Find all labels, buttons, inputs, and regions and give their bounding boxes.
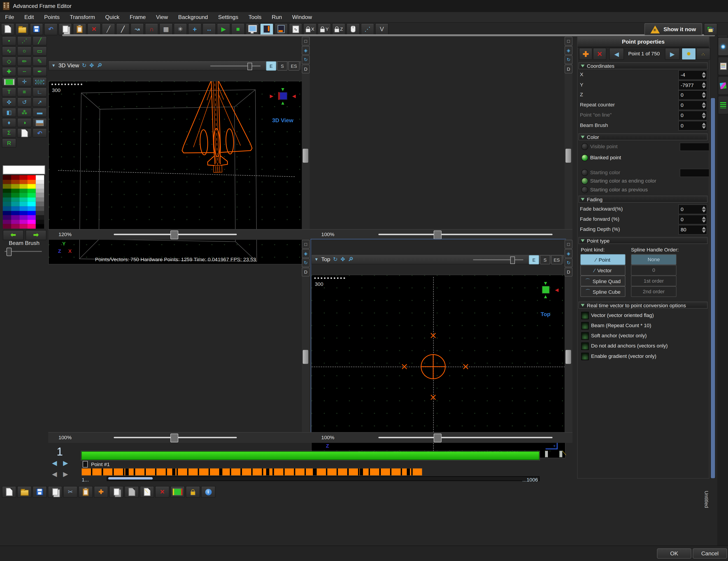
zoom-slider-track-front[interactable] [378, 437, 552, 438]
palette-swatch[interactable] [19, 202, 28, 206]
pan-view-icon[interactable]: ✥ [89, 62, 94, 69]
depth-mode-button[interactable]: D [302, 65, 310, 73]
x-input[interactable]: -4 [678, 70, 707, 80]
palette-swatch[interactable] [3, 220, 11, 224]
palette-swatch[interactable] [28, 211, 36, 215]
output-window-button[interactable] [274, 23, 288, 35]
palette-swatch[interactable] [3, 193, 11, 197]
spray-button[interactable]: ⁂ [17, 108, 32, 117]
panel-scrollbar[interactable] [710, 98, 716, 478]
palette-swatch[interactable] [36, 189, 44, 193]
v-mode-button[interactable]: V [375, 23, 389, 35]
fading-depth-input[interactable]: 80 [678, 225, 707, 234]
cut-button[interactable]: CUT [33, 77, 47, 86]
show-point-toggle[interactable]: ✹ [681, 48, 696, 60]
maximize-viewport-button[interactable]: □ [565, 37, 572, 45]
starting-color-swatch[interactable] [680, 169, 709, 177]
section-fading[interactable]: Fading [579, 196, 708, 203]
clean-button[interactable]: ⟍ [140, 486, 154, 498]
delete-button[interactable]: ✕ [87, 23, 101, 35]
palette-swatch[interactable] [28, 175, 36, 180]
camera-view-button[interactable]: ◈ [302, 46, 310, 55]
camera-view-button[interactable]: ◈ [302, 249, 310, 258]
track-checkbox[interactable] [83, 461, 88, 468]
palette-swatch[interactable] [11, 184, 19, 189]
palette-swatch[interactable] [36, 180, 44, 184]
open-button[interactable] [17, 486, 32, 498]
monitor-button[interactable] [246, 23, 259, 35]
visible-point-color-swatch[interactable] [680, 142, 709, 151]
palette-swatch[interactable] [11, 224, 19, 229]
order-first-button[interactable]: 1st order [631, 275, 677, 286]
menu-background[interactable]: Background [173, 14, 213, 21]
measure-button[interactable]: ∟ [33, 87, 47, 97]
next-color-button[interactable]: ➡ [26, 230, 47, 240]
next-frame-button[interactable]: ▶ [63, 459, 68, 467]
palette-swatch[interactable] [11, 175, 19, 180]
palette-swatch[interactable] [36, 215, 44, 220]
palette-swatch[interactable] [3, 206, 11, 211]
palette-swatch[interactable] [28, 184, 36, 189]
soft-anchor-checkbox[interactable] [581, 332, 589, 340]
zoom-view-icon[interactable]: 🔎︎ [97, 62, 102, 69]
palette-swatch[interactable] [11, 202, 19, 206]
palette-swatch[interactable] [11, 197, 19, 202]
add-point-button[interactable]: ✚ [2, 67, 16, 76]
palette-swatch[interactable] [3, 189, 11, 193]
prev-color-button[interactable]: ⬅ [3, 230, 24, 240]
fade-backward-input[interactable]: 0 [678, 204, 707, 214]
palette-swatch[interactable] [3, 184, 11, 189]
timeline-frame-bar[interactable] [81, 451, 540, 460]
add-point-button[interactable]: ✚ [579, 48, 593, 60]
tab-color-tools[interactable] [718, 76, 728, 95]
palette-swatch[interactable] [19, 211, 28, 215]
start-as-prev-radio[interactable] [581, 186, 588, 193]
line-button[interactable]: ╱ [33, 36, 47, 45]
menu-transform[interactable]: Transform [65, 14, 100, 21]
palette-swatch[interactable] [11, 220, 19, 224]
section-coordinates[interactable]: Coordinates [579, 62, 708, 69]
palette-swatch[interactable] [19, 215, 28, 220]
oscilloscope-button[interactable]: ∿ [289, 23, 302, 35]
palette-swatch[interactable] [28, 180, 36, 184]
live-preview-button[interactable] [260, 23, 274, 35]
palette-swatch[interactable] [36, 184, 44, 189]
menu-window[interactable]: Window [287, 14, 317, 21]
palette-swatch[interactable] [3, 180, 11, 184]
point-button[interactable]: • [2, 36, 16, 45]
z-input[interactable]: 0 [678, 90, 707, 100]
ellipse-button[interactable]: ○ [17, 47, 32, 56]
panel-scrollbar-thumb[interactable] [711, 98, 715, 478]
palette-swatch[interactable] [28, 224, 36, 229]
open-button[interactable] [15, 23, 29, 35]
maximize-viewport-button[interactable]: □ [302, 240, 310, 248]
snap-grid-button[interactable]: ▦ [159, 23, 173, 35]
undo-button[interactable]: ↶ [44, 23, 58, 35]
lock-x-button[interactable]: X [303, 23, 317, 35]
palette-swatch[interactable] [11, 189, 19, 193]
section-realtime-options[interactable]: Real time vector to point conversion opt… [579, 302, 708, 309]
palette-swatch[interactable] [3, 224, 11, 229]
vertical-scrollbar-thumb[interactable] [303, 149, 308, 163]
zoom-slider-thumb-front[interactable] [434, 434, 442, 442]
palette-swatch[interactable] [19, 175, 28, 180]
camera-view-button[interactable]: ◈ [565, 46, 572, 55]
prev-point-step-button[interactable]: ◀ [52, 470, 57, 478]
blanked-point-radio[interactable] [581, 154, 588, 161]
save-button[interactable] [30, 23, 43, 35]
kind-vector-button[interactable]: ∕Vector [580, 265, 626, 275]
remove-point-button[interactable]: ╌ [17, 67, 32, 76]
reset-button[interactable]: R [2, 138, 16, 148]
kind-spline-quad-button[interactable]: ⌒Spline Quad [580, 275, 626, 286]
palette-swatch[interactable] [36, 220, 44, 224]
palette-swatch[interactable] [19, 180, 28, 184]
rotate-view-button[interactable]: ↻ [302, 258, 310, 267]
point-on-line-input[interactable]: 0 [678, 111, 707, 120]
section-color[interactable]: Color [579, 133, 708, 140]
polygon-button[interactable]: ◇ [2, 57, 16, 66]
palette-swatch[interactable] [19, 206, 28, 211]
menu-view[interactable]: View [151, 14, 173, 21]
image-button[interactable] [33, 118, 47, 127]
current-color-swatch[interactable] [3, 165, 45, 174]
tab-point-properties[interactable] [718, 37, 728, 56]
